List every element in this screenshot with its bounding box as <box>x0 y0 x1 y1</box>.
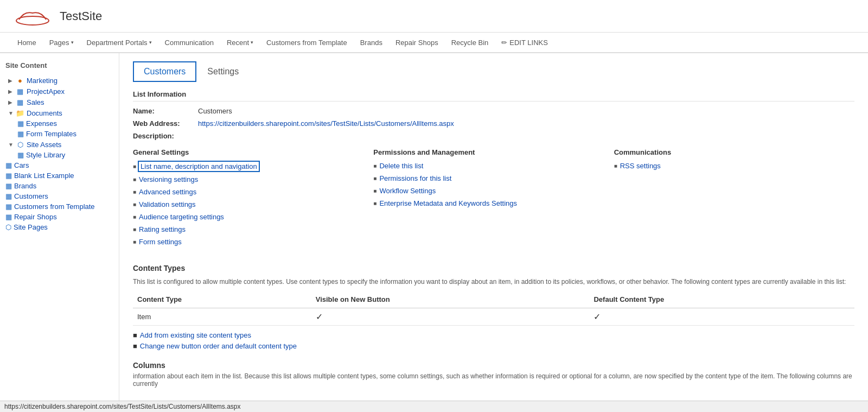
sidebar-item-label: Documents <box>27 109 62 117</box>
ct-cell-type: Item <box>133 308 311 326</box>
web-address-value: https://citizenbuilders.sharepoint.com/s… <box>198 119 454 128</box>
list-icon: ▦ <box>5 172 12 180</box>
content-area: Customers Settings List Information Name… <box>119 53 868 412</box>
sidebar-item-repair-shops[interactable]: ▦ Repair Shops <box>5 212 113 222</box>
sidebar-item-label: Customers from Template <box>14 202 95 211</box>
content-types-table: Content Type Visible on New Button Defau… <box>133 293 854 326</box>
sidebar-item-site-pages[interactable]: ⬡ Site Pages <box>5 222 113 232</box>
nav-repair-shops[interactable]: Repair Shops <box>389 34 445 51</box>
permissions-for-list-link[interactable]: Permissions for this list <box>379 174 451 182</box>
sidebar-item-blank-list[interactable]: ▦ Blank List Example <box>5 170 113 181</box>
chevron-down-icon: ▾ <box>71 40 74 45</box>
nav-customers-from-template[interactable]: Customers from Template <box>260 34 354 51</box>
main-layout: Site Content ▶ ● Marketing ▶ ▦ ProjectAp… <box>0 53 868 412</box>
expand-icon: ▶ <box>8 78 14 84</box>
bullet-icon: ■ <box>133 342 137 350</box>
tab-customers[interactable]: Customers <box>133 61 196 82</box>
sidebar-item-projectapex[interactable]: ▶ ▦ ProjectApex <box>5 86 113 97</box>
rating-settings-link[interactable]: Rating settings <box>139 225 186 233</box>
rss-settings-link[interactable]: RSS settings <box>620 162 661 170</box>
bullet-icon: ■ <box>133 189 136 195</box>
list-icon: ▦ <box>16 98 24 106</box>
bullet-icon: ■ <box>133 163 136 169</box>
nav-edit-links[interactable]: ✏ EDIT LINKS <box>495 34 554 51</box>
content-types-section: Content Types This list is configured to… <box>133 264 854 350</box>
list-icon: ▦ <box>5 161 12 169</box>
expand-icon: ▶ <box>8 99 14 105</box>
list-icon: ▦ <box>5 192 12 200</box>
form-settings-link[interactable]: Form settings <box>139 238 182 246</box>
settings-link-delete: ■ Delete this list <box>373 162 614 170</box>
sidebar-item-customers[interactable]: ▦ Customers <box>5 191 113 201</box>
expand-icon: ▶ <box>8 88 14 94</box>
folder-icon: 📁 <box>16 109 24 117</box>
sidebar-item-customers-from-template[interactable]: ▦ Customers from Template <box>5 201 113 212</box>
sidebar-documents-children: ▦ Expenses ▦ Form Templates <box>5 118 113 139</box>
list-icon: ▦ <box>5 202 12 211</box>
expand-icon: ▼ <box>8 142 14 148</box>
marketing-icon: ● <box>16 76 24 85</box>
sidebar-item-style-library[interactable]: ▦ Style Library <box>17 150 113 160</box>
sidebar-item-label: Customers <box>14 192 48 200</box>
nav-department-portals[interactable]: Department Portals ▾ <box>80 34 158 51</box>
ct-action-change: ■ Change new button order and default co… <box>133 342 854 350</box>
sidebar-item-label: Blank List Example <box>14 172 74 180</box>
advanced-settings-link[interactable]: Advanced settings <box>139 188 196 196</box>
status-url: https://citizenbuilders.sharepoint.com/s… <box>4 403 241 410</box>
sidebar-item-documents[interactable]: ▼ 📁 Documents <box>5 107 113 118</box>
sidebar-item-sales[interactable]: ▶ ▦ Sales <box>5 97 113 107</box>
workflow-settings-link[interactable]: Workflow Settings <box>379 187 436 195</box>
settings-grid: General Settings ■ List name, descriptio… <box>133 148 854 250</box>
site-assets-icon: ⬡ <box>16 140 24 149</box>
sidebar-item-label: Sales <box>27 98 44 106</box>
nav-pages[interactable]: Pages ▾ <box>43 34 80 51</box>
expand-icon: ▼ <box>8 110 14 116</box>
columns-description: information about each item in the list.… <box>133 372 854 388</box>
sidebar-title: Site Content <box>5 61 113 69</box>
settings-link-validation: ■ Validation settings <box>133 200 373 208</box>
nav-brands[interactable]: Brands <box>354 34 389 51</box>
sidebar-item-expenses[interactable]: ▦ Expenses <box>17 118 113 129</box>
add-content-types-link[interactable]: Add from existing site content types <box>140 331 251 339</box>
tab-settings[interactable]: Settings <box>196 61 250 82</box>
ct-row-item: Item ✓ ✓ <box>133 308 854 326</box>
site-pages-icon: ⬡ <box>5 223 11 231</box>
list-name-nav-link[interactable]: List name, description and navigation <box>139 162 259 171</box>
nav-home[interactable]: Home <box>11 34 43 51</box>
nav-recent[interactable]: Recent ▾ <box>220 34 260 51</box>
svg-point-0 <box>16 16 49 25</box>
bullet-icon: ■ <box>133 201 136 207</box>
tabs: Customers Settings <box>133 61 854 82</box>
nav-communication[interactable]: Communication <box>158 34 220 51</box>
sidebar-item-site-assets[interactable]: ▼ ⬡ Site Assets <box>5 139 113 150</box>
enterprise-metadata-link[interactable]: Enterprise Metadata and Keywords Setting… <box>379 199 517 207</box>
sidebar-item-form-templates[interactable]: ▦ Form Templates <box>17 129 113 139</box>
validation-settings-link[interactable]: Validation settings <box>139 200 196 208</box>
versioning-settings-link[interactable]: Versioning settings <box>139 175 198 183</box>
sidebar-item-marketing[interactable]: ▶ ● Marketing <box>5 75 113 86</box>
top-bar: TestSite <box>0 0 868 33</box>
change-button-order-link[interactable]: Change new button order and default cont… <box>140 342 297 350</box>
bullet-icon: ■ <box>133 214 136 220</box>
ct-cell-default: ✓ <box>589 308 854 326</box>
communications-col: Communications ■ RSS settings <box>614 148 854 250</box>
settings-link-permissions: ■ Permissions for this list <box>373 174 614 182</box>
list-icon: ▦ <box>17 119 24 128</box>
name-label: Name: <box>133 107 198 115</box>
nav-recycle-bin[interactable]: Recycle Bin <box>445 34 495 51</box>
sidebar-item-brands[interactable]: ▦ Brands <box>5 181 113 191</box>
status-bar: https://citizenbuilders.sharepoint.com/s… <box>0 401 868 412</box>
sidebar-item-cars[interactable]: ▦ Cars <box>5 160 113 170</box>
checkmark-icon: ✓ <box>593 312 601 321</box>
columns-section: Columns information about each item in t… <box>133 361 854 388</box>
audience-targeting-link[interactable]: Audience targeting settings <box>139 213 224 221</box>
checkmark-icon: ✓ <box>316 312 323 321</box>
delete-list-link[interactable]: Delete this list <box>379 162 423 170</box>
name-row: Name: Customers <box>133 107 854 115</box>
list-information-header: List Information <box>133 90 854 102</box>
nav-bar: Home Pages ▾ Department Portals ▾ Commun… <box>0 33 868 53</box>
web-address-link[interactable]: https://citizenbuilders.sharepoint.com/s… <box>198 119 454 128</box>
bullet-icon: ■ <box>373 200 376 206</box>
bullet-icon: ■ <box>133 176 136 182</box>
sidebar-item-label: Style Library <box>26 151 65 159</box>
